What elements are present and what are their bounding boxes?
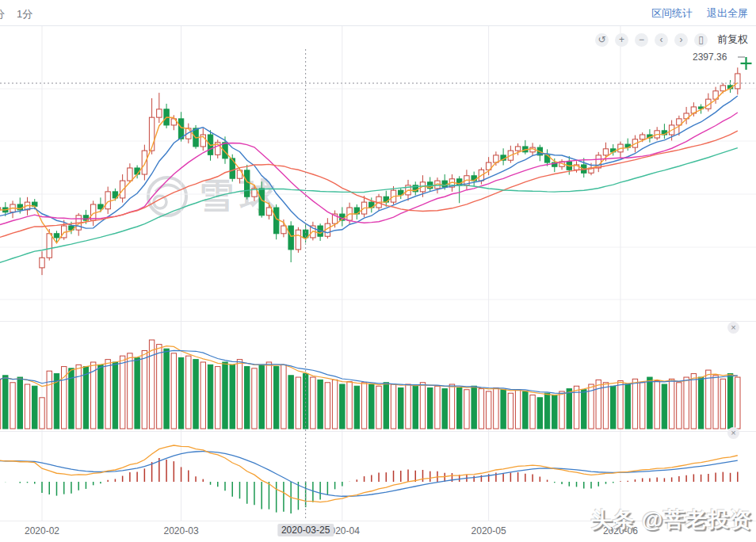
range-stats-link[interactable]: 区间统计	[651, 6, 693, 21]
toutiao-watermark: 头条 @菩老投资	[590, 506, 752, 534]
kline-chart-canvas[interactable]	[0, 0, 756, 542]
exit-fullscreen-link[interactable]: 退出全屏	[707, 6, 748, 21]
x-axis-label: 2020-05	[472, 525, 506, 536]
zoom-out-icon[interactable]: −	[635, 33, 648, 47]
gridlines	[0, 26, 756, 521]
candles	[0, 67, 740, 275]
x-axis-label: 2020-02	[25, 525, 59, 536]
macd-lines	[0, 445, 738, 502]
macd-panel-close-icon[interactable]: ×	[727, 427, 739, 439]
pan-right-icon[interactable]: ›	[674, 33, 688, 47]
overlays	[0, 49, 756, 521]
tab-period-1min[interactable]: 1分	[17, 7, 32, 21]
top-bar: 分 1分 区间统计 退出全屏	[0, 0, 756, 26]
pan-left-icon[interactable]: ‹	[655, 33, 668, 47]
tab-period-min[interactable]: 分	[0, 7, 5, 21]
zoom-in-icon[interactable]: +	[615, 33, 628, 47]
undo-icon[interactable]: ↺	[595, 33, 609, 47]
period-tabs: 分 1分	[0, 7, 32, 21]
volume-panel-close-icon[interactable]: ×	[727, 322, 739, 334]
chart-toolbar: ↺ + − ‹ › ▯ 前复权	[595, 32, 748, 47]
crosshair-date-label: 2020-03-25	[277, 524, 334, 536]
top-links: 区间统计 退出全屏	[651, 6, 748, 21]
phone-icon[interactable]: ▯	[694, 33, 708, 47]
adjust-mode-selector[interactable]: 前复权	[717, 32, 748, 47]
last-price-label: 2397.36	[693, 52, 727, 63]
x-axis-label: 2020-03	[164, 525, 199, 536]
price-ma-lines	[0, 82, 738, 263]
